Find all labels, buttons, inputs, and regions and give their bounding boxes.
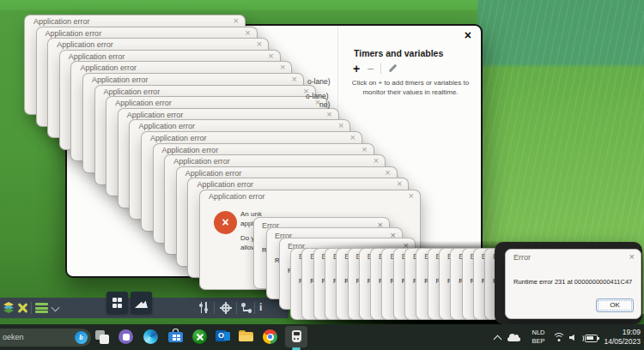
- dialog-title: Application error: [162, 146, 219, 154]
- edit-pencil-icon[interactable]: [389, 64, 398, 73]
- close-icon[interactable]: ×: [361, 144, 367, 154]
- dialog-title: Application error: [185, 169, 242, 178]
- dialog-title: Application error: [115, 99, 172, 107]
- active-app-indicator: [292, 347, 301, 350]
- error-message: Runtime error 231 at 0000000000411C47: [513, 278, 638, 286]
- terrain-layers-icon[interactable]: [3, 302, 15, 313]
- add-timer-button[interactable]: +: [353, 63, 360, 74]
- close-icon[interactable]: ×: [292, 74, 297, 84]
- dialog-title: Application error: [80, 63, 137, 72]
- xbox-button[interactable]: [189, 327, 211, 347]
- mountain-icon: [135, 299, 148, 308]
- game-toolbar: i: [0, 298, 289, 318]
- message-fragment: o-lane): [307, 77, 330, 86]
- error-badge-icon: ×: [214, 211, 237, 234]
- dialog-title: Application error: [33, 17, 90, 26]
- speaker-wave-icon: [579, 335, 584, 342]
- chevron-down-icon[interactable]: [52, 304, 60, 312]
- dialog-title: Application error: [127, 111, 184, 119]
- close-icon[interactable]: ×: [350, 132, 355, 142]
- edge-icon: [143, 329, 158, 344]
- ok-button[interactable]: OK: [596, 299, 634, 312]
- language-indicator[interactable]: NLD BEP: [526, 329, 551, 345]
- chat-button[interactable]: [115, 327, 137, 347]
- onedrive-cloud-icon[interactable]: [507, 334, 520, 341]
- microsoft-store-button[interactable]: [165, 327, 187, 347]
- bing-search-icon: b: [75, 331, 88, 344]
- active-app-button[interactable]: [285, 326, 307, 347]
- close-icon[interactable]: ×: [465, 28, 471, 42]
- tray-date: 14/05/2023: [599, 337, 641, 347]
- file-explorer-button[interactable]: [235, 327, 258, 347]
- search-text: oeken: [3, 333, 24, 341]
- toolbar-divider: [214, 302, 215, 314]
- close-icon[interactable]: ×: [234, 15, 239, 26]
- outlook-button[interactable]: O: [212, 327, 234, 347]
- layers-icon[interactable]: [35, 303, 48, 313]
- speaker-icon[interactable]: [569, 334, 578, 341]
- tray-time: 19:09: [599, 328, 641, 337]
- tools-icon[interactable]: [16, 302, 28, 314]
- task-view-button[interactable]: [91, 327, 113, 347]
- dialog-title: Application error: [46, 29, 102, 38]
- grid-view-button[interactable]: [106, 292, 128, 314]
- dialog-title: Application error: [150, 134, 207, 142]
- timers-toolbar: + −: [353, 63, 398, 74]
- search-input[interactable]: oeken b: [0, 329, 91, 347]
- dialog-title: Application error: [69, 52, 125, 61]
- close-icon[interactable]: ×: [257, 39, 262, 49]
- task-view-icon: [95, 330, 110, 345]
- dialog-title: Application error: [138, 122, 195, 130]
- close-icon[interactable]: ×: [268, 51, 273, 61]
- close-icon[interactable]: ×: [280, 62, 285, 72]
- taskbar: oeken b O: [0, 324, 644, 350]
- grid-icon: [112, 298, 123, 308]
- dialog-title: Application error: [92, 75, 149, 84]
- dialog-title: Application error: [104, 88, 161, 96]
- toolbar-divider: [380, 63, 381, 74]
- desktop: × Timers and variables + − Click on + to…: [0, 0, 644, 350]
- xbox-icon: [192, 329, 207, 344]
- wifi-icon[interactable]: [553, 333, 565, 341]
- info-icon[interactable]: i: [259, 302, 262, 313]
- clock[interactable]: 19:09 14/05/2023: [599, 328, 641, 347]
- close-icon[interactable]: ×: [385, 167, 390, 178]
- runtime-error-dialog-front[interactable]: Error × Runtime error 231 at 00000000004…: [505, 249, 641, 319]
- dialog-title: Application error: [173, 157, 230, 166]
- close-icon[interactable]: ×: [338, 120, 343, 130]
- close-icon[interactable]: ×: [245, 27, 250, 38]
- message-fragment: o-lane): [306, 92, 328, 100]
- remove-timer-button[interactable]: −: [367, 63, 374, 74]
- dialog-title: Error: [513, 253, 531, 262]
- close-icon[interactable]: ×: [374, 155, 379, 166]
- dialog-title: Application error: [57, 40, 113, 49]
- dialog-title: Application error: [209, 192, 265, 201]
- close-icon[interactable]: ×: [409, 190, 414, 201]
- train-app-icon: [292, 330, 301, 342]
- close-icon[interactable]: ×: [629, 251, 635, 262]
- timers-hint-text: Click on + to add timers or variables to…: [342, 79, 479, 97]
- toolbar-divider: [236, 302, 237, 314]
- sliders-icon[interactable]: [198, 302, 209, 313]
- toolbar-divider: [254, 302, 255, 314]
- edge-browser-button[interactable]: [140, 327, 162, 347]
- branch-icon[interactable]: [241, 303, 252, 313]
- battery-icon[interactable]: [585, 335, 598, 342]
- chrome-button[interactable]: [259, 327, 282, 347]
- panel-title: Timers and variables: [354, 48, 443, 58]
- message-fragment: ne): [319, 100, 330, 109]
- close-icon[interactable]: ×: [397, 178, 402, 189]
- toolbar-divider: [31, 302, 32, 314]
- close-icon[interactable]: ×: [326, 109, 331, 119]
- dialog-title: Application error: [197, 180, 253, 189]
- tray-chevron-up-icon[interactable]: [494, 335, 502, 344]
- terrain-view-button[interactable]: [131, 292, 152, 314]
